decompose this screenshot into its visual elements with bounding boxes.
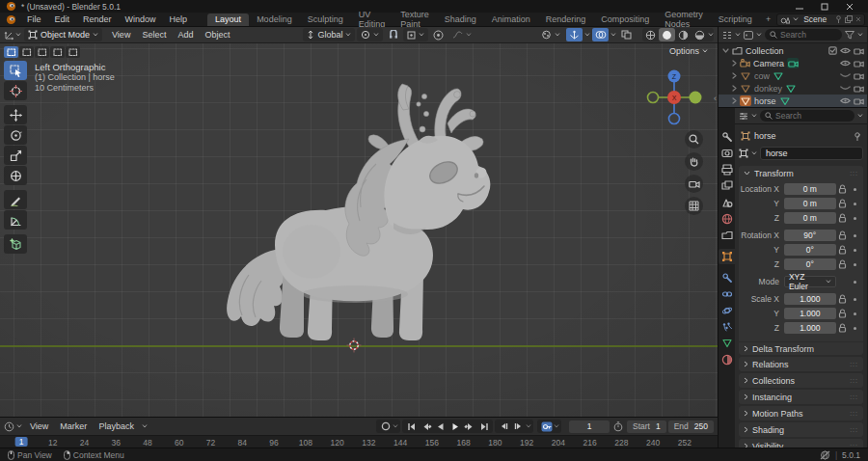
- tool-annotate-button[interactable]: [4, 190, 27, 209]
- panel-instancing[interactable]: Instancing:::: [739, 390, 863, 404]
- select-mode-button-4[interactable]: [50, 46, 65, 58]
- viewport-menu-view[interactable]: View: [106, 30, 136, 40]
- editor-type-properties-icon[interactable]: [739, 112, 748, 121]
- stopwatch-icon[interactable]: [613, 421, 623, 432]
- pan-hand-button[interactable]: [685, 152, 703, 171]
- snap-toggle[interactable]: [385, 28, 401, 41]
- panel-motion-paths[interactable]: Motion Paths:::: [739, 406, 863, 420]
- jump-to-start-button[interactable]: [404, 420, 419, 433]
- shading-solid-button[interactable]: [659, 28, 675, 41]
- disclosure-icon[interactable]: [722, 48, 729, 53]
- drag-handle-icon[interactable]: :::: [850, 170, 858, 176]
- value-field[interactable]: 1.000: [784, 293, 836, 305]
- transform-panel-header[interactable]: Transform :::: [739, 166, 863, 180]
- workspace-tab-layout[interactable]: Layout: [207, 14, 249, 26]
- value-field[interactable]: 0 m: [784, 198, 836, 209]
- timeline-menu-playback[interactable]: Playback: [93, 421, 140, 431]
- animate-dot[interactable]: [849, 188, 860, 191]
- shading-rendered-button[interactable]: [692, 28, 708, 41]
- mesh-data-icon[interactable]: [773, 70, 784, 81]
- new-scene-icon[interactable]: [845, 15, 853, 23]
- outliner-search-input[interactable]: Search: [765, 29, 842, 41]
- editor-type-3d-viewport-icon[interactable]: [4, 30, 15, 41]
- properties-tab-collection[interactable]: [719, 228, 735, 243]
- animate-dot[interactable]: [849, 249, 860, 252]
- keying-set-button[interactable]: [539, 420, 554, 433]
- workspace-tab-compositing[interactable]: Compositing: [593, 14, 657, 26]
- options-dropdown[interactable]: Options: [669, 46, 708, 56]
- tool-measure-button[interactable]: [4, 210, 27, 230]
- step-back-button[interactable]: [497, 420, 511, 433]
- menu-edit[interactable]: Edit: [48, 14, 77, 24]
- select-mode-button-1[interactable]: [4, 46, 18, 58]
- properties-tab-world[interactable]: [719, 211, 735, 227]
- lock-icon[interactable]: [836, 294, 850, 304]
- drag-handle-icon[interactable]: :::: [850, 426, 858, 433]
- tool-transform-button[interactable]: [4, 166, 27, 185]
- drag-handle-icon[interactable]: :::: [850, 410, 858, 417]
- animate-dot[interactable]: [849, 234, 860, 237]
- navigation-gizmo[interactable]: Z X: [646, 69, 702, 125]
- show-overlays-toggle[interactable]: [592, 28, 609, 41]
- panel-relations[interactable]: Relations:::: [739, 357, 863, 371]
- outliner-item-label[interactable]: cow: [754, 71, 770, 81]
- rotation-mode-dropdown[interactable]: XYZ Euler: [784, 276, 836, 287]
- properties-tab-particles[interactable]: [719, 319, 735, 335]
- properties-tab-modifiers[interactable]: [719, 270, 735, 285]
- outliner-item-label[interactable]: Camera: [753, 59, 784, 68]
- shading-material-button[interactable]: [675, 28, 692, 41]
- select-mode-button-3[interactable]: [35, 46, 49, 58]
- tool-move-button[interactable]: [4, 105, 27, 124]
- viewport-menu-select[interactable]: Select: [136, 30, 172, 40]
- outliner-row-collection[interactable]: Collection: [719, 44, 867, 57]
- hide-viewport-icon[interactable]: [840, 73, 851, 79]
- frame-end-field[interactable]: End250: [668, 420, 714, 433]
- scene-selector[interactable]: Scene: [776, 14, 865, 26]
- lock-icon[interactable]: [836, 259, 850, 269]
- tool-select-box-button[interactable]: [4, 61, 27, 80]
- hide-viewport-icon[interactable]: [840, 97, 851, 104]
- lock-icon[interactable]: [836, 245, 850, 255]
- pivot-point-dropdown[interactable]: [357, 28, 383, 41]
- hide-viewport-icon[interactable]: [840, 60, 851, 67]
- properties-options-dropdown[interactable]: [857, 114, 863, 118]
- properties-tab-constraints[interactable]: [719, 286, 735, 302]
- lock-icon[interactable]: [836, 230, 850, 240]
- breadcrumb-object-name[interactable]: horse: [754, 131, 850, 141]
- timeline-menu-marker[interactable]: Marker: [54, 421, 93, 431]
- animate-dot[interactable]: [849, 281, 860, 284]
- value-field[interactable]: 0 m: [784, 212, 836, 224]
- disclosure-icon[interactable]: [732, 85, 737, 92]
- horse-model[interactable]: [220, 83, 509, 348]
- proportional-editing-toggle[interactable]: [430, 28, 447, 41]
- editor-type-timeline-icon[interactable]: [4, 421, 14, 432]
- disable-render-icon[interactable]: [854, 47, 864, 55]
- properties-search-input[interactable]: Search: [760, 110, 854, 122]
- zoom-button[interactable]: [685, 130, 703, 149]
- disable-render-icon[interactable]: [854, 97, 864, 105]
- animate-dot[interactable]: [849, 217, 860, 220]
- pin-icon[interactable]: [835, 15, 842, 23]
- frame-start-field[interactable]: Start1: [627, 420, 666, 433]
- delta-transform-subpanel[interactable]: Delta Transform: [739, 341, 863, 355]
- lock-icon[interactable]: [836, 213, 850, 223]
- menu-help[interactable]: Help: [163, 14, 195, 24]
- lock-icon[interactable]: [836, 323, 850, 333]
- animate-dot[interactable]: [849, 327, 860, 330]
- properties-tab-scene[interactable]: [719, 195, 735, 210]
- properties-tab-object[interactable]: [719, 249, 735, 264]
- close-button[interactable]: [837, 0, 862, 13]
- display-mode-icon[interactable]: [744, 31, 753, 40]
- xray-toggle[interactable]: [618, 28, 635, 41]
- animate-dot[interactable]: [849, 312, 860, 315]
- maximize-button[interactable]: [812, 0, 837, 13]
- disclosure-icon[interactable]: [732, 97, 737, 104]
- menu-file[interactable]: File: [20, 14, 48, 24]
- outliner-item-label[interactable]: donkey: [754, 84, 782, 94]
- transform-orientation-dropdown[interactable]: Global: [303, 28, 355, 41]
- sidebar-collapse-arrow[interactable]: ‹: [714, 94, 717, 103]
- camera-data-icon[interactable]: [787, 58, 799, 68]
- tool-add-cube-button[interactable]: [4, 234, 27, 254]
- tool-scale-button[interactable]: [4, 146, 27, 165]
- panel-visibility[interactable]: Visibility:::: [739, 439, 863, 447]
